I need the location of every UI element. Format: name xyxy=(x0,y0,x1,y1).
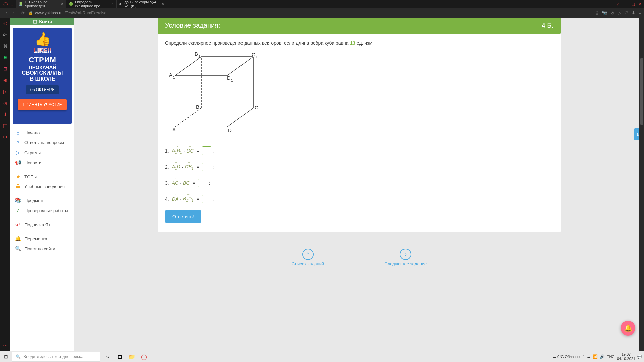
maximize-button[interactable]: ▢ xyxy=(631,2,635,6)
discord-icon[interactable]: ⊕ xyxy=(9,1,15,7)
url-field[interactable]: 🔒 www.yaklass.ru/TestWorkRun/Exercise xyxy=(28,11,593,15)
site-icon: з xyxy=(119,2,123,6)
tab-label: даны векторы a(-4 -2 1)b( xyxy=(125,0,160,8)
minimize-button[interactable]: — xyxy=(623,2,627,6)
lock-icon: 🔒 xyxy=(28,11,33,15)
close-icon[interactable]: × xyxy=(111,2,114,6)
opera-icon: ◯ xyxy=(3,1,8,7)
url-host: www.yaklass.ru xyxy=(35,11,63,15)
download-icon[interactable]: ⬇ xyxy=(632,10,635,15)
site-icon: 🟢 xyxy=(69,2,73,6)
block-icon[interactable]: ⊘ xyxy=(610,10,614,15)
close-icon[interactable]: × xyxy=(61,2,63,6)
camera-icon[interactable]: 📷 xyxy=(602,10,607,15)
forward-button[interactable]: 〉 xyxy=(11,9,17,17)
titlebar: ◯ ⊕ 📗 1. Скалярное произведен × 🟢 Опреде… xyxy=(0,0,644,8)
add-tab-button[interactable]: + xyxy=(167,0,175,8)
tab-strip: 📗 1. Скалярное произведен × 🟢 Определи с… xyxy=(16,0,175,8)
heart-icon[interactable]: ♡ xyxy=(624,10,628,15)
screenshot-icon[interactable]: ⎙ xyxy=(596,10,598,15)
send-icon[interactable]: ▷ xyxy=(618,10,621,15)
url-path: /TestWorkRun/Exercise xyxy=(65,11,106,15)
tab-label: Определи скалярное про xyxy=(75,0,109,8)
tab-label: 1. Скалярное произведен xyxy=(25,0,59,8)
tab-2[interactable]: 🟢 Определи скалярное про × xyxy=(66,0,117,8)
menu-icon[interactable]: ≡ xyxy=(639,10,641,15)
close-icon[interactable]: × xyxy=(162,2,164,6)
book-icon: 📗 xyxy=(19,2,23,6)
close-button[interactable]: × xyxy=(639,2,641,6)
tab-3[interactable]: з даны векторы a(-4 -2 1)b( × xyxy=(117,0,167,8)
back-button[interactable]: 〈 xyxy=(3,9,9,17)
search-icon[interactable]: ⌕ xyxy=(617,2,619,6)
address-bar: 〈 〉 ⟳ 🔒 www.yaklass.ru/TestWorkRun/Exerc… xyxy=(0,8,644,18)
tab-1[interactable]: 📗 1. Скалярное произведен × xyxy=(16,0,66,8)
reload-button[interactable]: ⟳ xyxy=(20,10,25,16)
